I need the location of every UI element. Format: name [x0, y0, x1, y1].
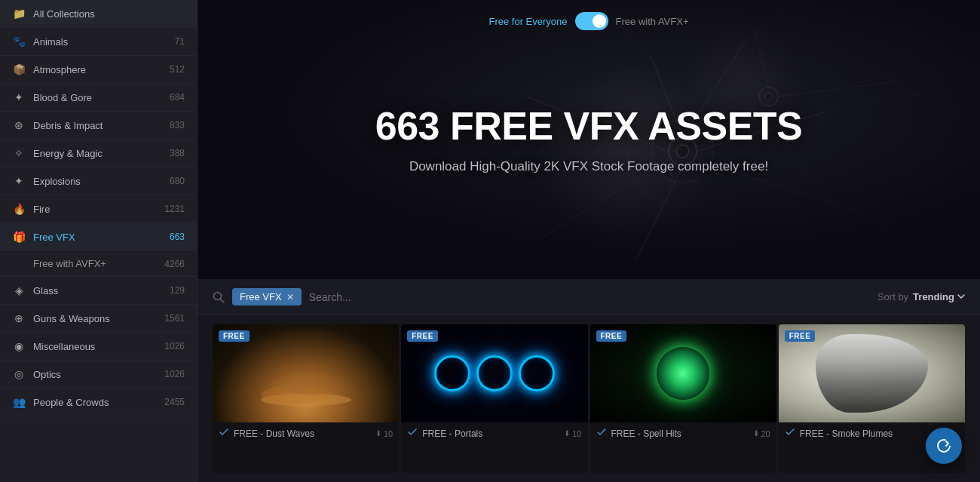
- asset-count-wrap-spell-hits: ⬇ 20: [753, 429, 770, 438]
- sidebar-item-all-collections[interactable]: 📁 All Collections: [0, 0, 197, 28]
- explosions-icon: ✦: [12, 175, 26, 187]
- all-collections-icon: 📁: [12, 8, 26, 20]
- sidebar-count-miscellaneous: 1026: [164, 341, 185, 352]
- optics-icon: ◎: [12, 368, 26, 380]
- asset-name-spell-hits: FREE - Spell Hits: [611, 428, 749, 439]
- asset-type-icon-smoke-plumes: [785, 427, 795, 440]
- sidebar-count-debris-impact: 833: [170, 120, 185, 130]
- filter-bar: Free VFX ✕ Sort by Trending: [198, 279, 980, 315]
- sidebar-item-animals[interactable]: 🐾 Animals 71: [0, 28, 197, 56]
- smoke-visual: [816, 334, 927, 413]
- animals-icon: 🐾: [12, 35, 26, 48]
- free-badge-spell-hits: FREE: [596, 330, 627, 342]
- sidebar-count-fire: 1231: [164, 204, 185, 214]
- chevron-down-icon: [957, 294, 965, 299]
- refresh-icon: [936, 437, 952, 454]
- glass-icon: ◈: [12, 284, 26, 296]
- asset-card-spell-hits[interactable]: FREE FREE - Spell Hits ⬇ 20: [590, 324, 776, 473]
- search-icon: [213, 291, 225, 303]
- sort-value-label: Trending: [913, 291, 954, 302]
- atmosphere-icon: 📦: [12, 63, 26, 75]
- asset-count-spell-hits: 20: [761, 429, 770, 438]
- download-icon-portals: ⬇: [564, 429, 570, 437]
- refresh-fab[interactable]: [926, 428, 962, 464]
- svg-point-26: [271, 379, 311, 391]
- sidebar-count-free-vfx: 663: [170, 232, 185, 242]
- toggle-knob: [593, 14, 606, 28]
- asset-card-portals[interactable]: FREE FREE - Portals ⬇ 10: [401, 324, 587, 473]
- asset-name-dust-waves: FREE - Dust Waves: [234, 428, 371, 439]
- sidebar-item-energy-magic[interactable]: ✧ Energy & Magic 388: [0, 140, 197, 167]
- hero-title: 663 FREE VFX ASSETS: [375, 105, 803, 148]
- sidebar-count-glass: 129: [170, 285, 185, 296]
- free-badge-smoke-plumes: FREE: [785, 330, 816, 342]
- hero-subtitle: Download High-Quality 2K VFX Stock Foota…: [375, 159, 803, 174]
- svg-line-7: [635, 165, 682, 261]
- free-toggle[interactable]: [575, 12, 608, 30]
- assets-grid: FREE FREE - Dust Waves ⬇ 10 FREE: [198, 315, 980, 482]
- toggle-left-label: Free for Everyone: [489, 16, 568, 27]
- sidebar-count-atmosphere: 512: [170, 64, 185, 75]
- sidebar-count-blood-gore: 684: [170, 92, 185, 103]
- sidebar-item-glass[interactable]: ◈ Glass 129: [0, 277, 197, 305]
- miscellaneous-icon: ◉: [12, 340, 26, 352]
- sidebar-item-free-vfx[interactable]: 🎁 Free VFX 663: [0, 223, 197, 251]
- download-icon-spell-hits: ⬇: [753, 429, 759, 437]
- sort-label: Sort by: [877, 291, 908, 302]
- sidebar-label-miscellaneous: Miscellaneous: [33, 341, 157, 352]
- download-icon-dust-waves: ⬇: [375, 429, 381, 437]
- svg-point-15: [759, 87, 778, 106]
- svg-point-27: [938, 440, 950, 452]
- sidebar-item-explosions[interactable]: ✦ Explosions 680: [0, 167, 197, 195]
- main-content: Free for Everyone Free with AVFX+ 663 FR…: [198, 0, 980, 482]
- svg-line-11: [746, 2, 792, 41]
- fire-icon: 🔥: [12, 203, 26, 215]
- filter-tag-remove[interactable]: ✕: [286, 292, 294, 302]
- spell-visual: [657, 347, 709, 400]
- people-crowds-icon: 👥: [12, 396, 26, 408]
- asset-card-dust-waves[interactable]: FREE FREE - Dust Waves ⬇ 10: [213, 324, 399, 473]
- sidebar-label-blood-gore: Blood & Gore: [33, 92, 162, 103]
- sidebar-label-optics: Optics: [33, 369, 157, 380]
- hero-banner: Free for Everyone Free with AVFX+ 663 FR…: [198, 0, 980, 279]
- sidebar-subitem-free-with-avfx[interactable]: Free with AVFX+ 4266: [0, 251, 197, 277]
- sidebar-count-optics: 1026: [164, 369, 185, 379]
- filter-tag-free-vfx[interactable]: Free VFX ✕: [232, 288, 302, 305]
- portal-ring-3: [519, 355, 555, 391]
- sidebar-item-guns-weapons[interactable]: ⊕ Guns & Weapons 1561: [0, 305, 197, 333]
- sidebar-item-atmosphere[interactable]: 📦 Atmosphere 512: [0, 56, 197, 84]
- asset-type-icon-portals: [407, 427, 418, 440]
- asset-info-dust-waves: FREE - Dust Waves ⬇ 10: [213, 422, 399, 446]
- sidebar-item-blood-gore[interactable]: ✦ Blood & Gore 684: [0, 84, 197, 112]
- sidebar-item-debris-impact[interactable]: ⊛ Debris & Impact 833: [0, 112, 197, 140]
- sort-dropdown[interactable]: Trending: [913, 291, 965, 302]
- sidebar-item-miscellaneous[interactable]: ◉ Miscellaneous 1026: [0, 333, 197, 361]
- sidebar-item-people-crowds[interactable]: 👥 People & Crowds 2455: [0, 388, 197, 416]
- sidebar-count-explosions: 680: [170, 176, 185, 186]
- guns-weapons-icon: ⊕: [12, 312, 26, 324]
- search-input[interactable]: [309, 291, 870, 303]
- asset-type-icon-spell-hits: [596, 427, 607, 440]
- sidebar-sub-count: 4266: [164, 259, 185, 269]
- hero-text-block: 663 FREE VFX ASSETS Download High-Qualit…: [375, 105, 803, 173]
- svg-line-12: [823, 89, 948, 112]
- sidebar-label-energy-magic: Energy & Magic: [33, 148, 162, 159]
- asset-count-dust-waves: 10: [384, 429, 393, 438]
- portal-ring-2: [476, 355, 513, 391]
- sidebar: 📁 All Collections 🐾 Animals 71 📦 Atmosph…: [0, 0, 198, 482]
- sidebar-item-optics[interactable]: ◎ Optics 1026: [0, 361, 197, 388]
- sidebar-label-explosions: Explosions: [33, 176, 162, 187]
- free-badge-dust-waves: FREE: [219, 330, 250, 342]
- sidebar-label-animals: Animals: [33, 36, 167, 48]
- asset-count-wrap-dust-waves: ⬇ 10: [375, 429, 393, 438]
- sort-area: Sort by Trending: [877, 291, 965, 302]
- sidebar-item-fire[interactable]: 🔥 Fire 1231: [0, 195, 197, 223]
- sidebar-count-animals: 71: [175, 36, 185, 47]
- asset-thumbnail-smoke-plumes: FREE: [779, 324, 965, 422]
- asset-thumbnail-dust-waves: FREE: [213, 324, 399, 422]
- svg-line-17: [753, 26, 769, 87]
- sidebar-label-all-collections: All Collections: [33, 8, 185, 20]
- asset-type-icon-dust-waves: [219, 427, 229, 440]
- asset-name-portals: FREE - Portals: [422, 428, 559, 439]
- free-vfx-icon: 🎁: [12, 231, 26, 243]
